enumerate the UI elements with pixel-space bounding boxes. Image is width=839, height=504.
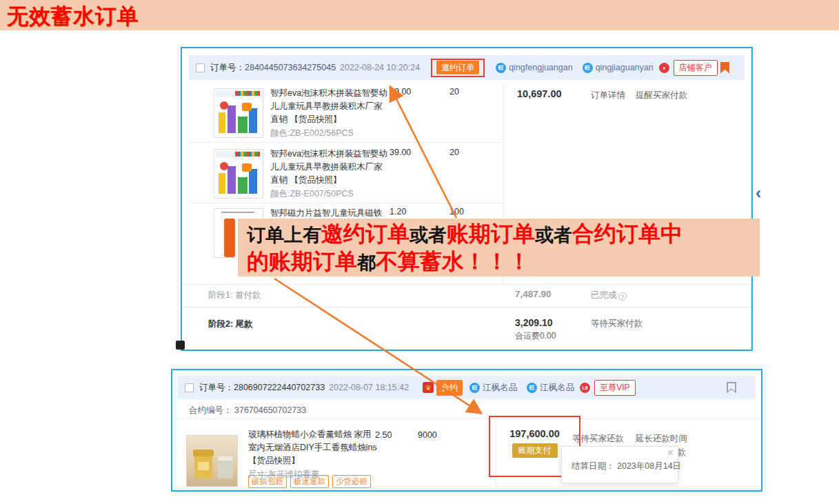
order-card-1: 订单号： 2840445073634275045 2022-08-24 10:2… (181, 47, 753, 351)
product-price: 1.20 (390, 207, 406, 216)
vip-crown-icon: ♛ (423, 382, 434, 393)
bookmark-icon[interactable] (720, 62, 729, 74)
contract-number-row: 合约编号： 376704650702733 (189, 405, 306, 416)
store-customer-badge: 店铺客户 (674, 60, 718, 76)
row-divider (190, 142, 502, 143)
order1-number: 2840445073634275045 (245, 63, 336, 72)
settle-date-value: 2023年08月14日 (617, 461, 681, 471)
service-tags: 破损包赔 极速退款 少货必赔 (248, 475, 371, 488)
annotation-red-box-invite: 邀约订单 (431, 59, 485, 77)
callout-highlight: 不算蓄水！！！ (376, 247, 530, 277)
bookmark-outline-icon[interactable] (727, 382, 736, 394)
stage2-status: 等待买家付款 (591, 318, 643, 330)
product-row: 智邦eva泡沫积木拼装益智婴幼儿儿童玩具早教拼装积木厂家直销 【货品快照】 颜色… (190, 85, 501, 145)
order2-header: 订单号： 2806907222440702733 2022-08-07 18:1… (178, 376, 756, 399)
wangwang-icon[interactable]: 旺 (496, 63, 506, 73)
invite-order-badge: 邀约订单 (436, 61, 479, 74)
order1-header: 订单号： 2840445073634275045 2022-08-24 10:2… (189, 55, 745, 80)
product-image[interactable] (186, 435, 238, 487)
order2-datetime: 2022-08-07 18:15:42 (329, 383, 409, 392)
stage1-amount: 7,487.90 (515, 289, 552, 299)
stage-divider (182, 307, 751, 308)
service-tag: 破损包赔 (248, 475, 287, 488)
stage1-status: 已完成? (591, 290, 627, 301)
wangwang-icon[interactable]: 旺 (583, 63, 593, 73)
product-row: 智邦eva泡沫积木拼装益智婴幼儿儿童玩具早教拼装积木厂家直销 【货品快照】 颜色… (190, 146, 501, 205)
contract-label: 合约编号： (189, 405, 232, 415)
order2-total: 197,600.00 (490, 428, 579, 439)
row-divider (172, 419, 761, 419)
buyer-level-icon: L6 (580, 383, 590, 393)
service-tag: 少货必赔 (332, 475, 371, 488)
settle-date-tooltip: 结算日期： 2023年08月14日 × (561, 446, 678, 483)
product-spec: 颜色:ZB-E002/56PCS (270, 127, 389, 140)
order1-checkbox[interactable] (196, 63, 205, 72)
order1-buyer-name[interactable]: qingfengjuangan (509, 63, 572, 72)
product-qty: 9000 (418, 430, 437, 440)
row-divider (190, 203, 502, 203)
page-banner: 无效蓄水订单 (0, 0, 839, 30)
vip-badge: 至尊VIP (594, 380, 635, 396)
product-title[interactable]: 智邦eva泡沫积木拼装益智婴幼儿儿童玩具早教拼装积木厂家直销 【货品快照】 (270, 88, 387, 124)
order1-total: 10,697.00 (517, 88, 562, 99)
settle-date-label: 结算日期： (572, 461, 615, 471)
question-icon[interactable]: ? (618, 292, 627, 301)
product-price: 2.50 (375, 430, 392, 440)
product-price: 39.00 (390, 148, 411, 157)
extend-repay-link[interactable]: 延长还款时间 (636, 433, 687, 445)
order1-number-label: 订单号： (210, 62, 245, 74)
stage-divider (182, 284, 751, 285)
order-card-2: 订单号： 2806907222440702733 2022-08-07 18:1… (171, 369, 762, 492)
collapse-chevron-icon[interactable]: ‹ (756, 185, 761, 201)
callout-text: 都 (357, 250, 376, 275)
order2-number: 2806907222440702733 (234, 383, 325, 392)
stage1-label: 阶段1: 首付款 (208, 290, 261, 301)
product-title[interactable]: 智邦eva泡沫积木拼装益智婴幼儿儿童玩具早教拼装积木厂家直销 【货品快照】 (270, 149, 387, 185)
stage1-status-text: 已完成 (591, 290, 617, 300)
wangwang-icon[interactable]: 旺 (527, 383, 537, 393)
product-image[interactable] (214, 149, 263, 199)
credit-pay-badge: 账期支付 (512, 443, 558, 458)
order1-datetime: 2022-08-24 10:20:24 (340, 63, 420, 72)
callout-highlight: 邀约订单 (321, 219, 410, 250)
callout-text: 或者 (535, 223, 572, 248)
remind-pay-link[interactable]: 提醒买家付款 (636, 90, 687, 101)
wangwang-icon[interactable]: 旺 (469, 383, 480, 393)
product-price: 59.00 (390, 87, 411, 97)
product-title[interactable]: 玻璃杯植物蜡小众香薰蜡烛 家用室内无烟酒店DIY手工香氛蜡烛ins 【货品快照】 (248, 430, 377, 465)
contract-order-badge: 合约 (436, 380, 463, 396)
product-qty: 20 (449, 148, 459, 157)
order-detail-link[interactable]: 订单详情 (591, 90, 625, 101)
close-icon[interactable]: × (667, 447, 674, 459)
page: 无效蓄水订单 订单号： 2840445073634275045 2022-08-… (0, 0, 839, 504)
annotation-callout: 订单上有邀约订单或者账期订单或者合约订单中 的账期订单都不算蓄水！！！ (238, 219, 760, 276)
stage2-freight: 合运费0.00 (515, 330, 556, 342)
callout-text: 或者 (410, 223, 447, 248)
order1-receiver-name[interactable]: qingjiaguanyan (596, 63, 654, 72)
callout-highlight: 合约订单中 (572, 219, 683, 250)
product-image[interactable] (214, 88, 263, 138)
stage2-amount: 3,209.10 (515, 317, 553, 328)
callout-highlight: 账期订单 (447, 219, 535, 250)
product-qty: 20 (449, 87, 459, 97)
stage2-label: 阶段2: 尾款 (208, 319, 253, 330)
service-tag: 极速退款 (290, 475, 329, 488)
product-qty: 100 (449, 207, 464, 216)
annotation-handle (176, 341, 185, 350)
contract-number: 376704650702733 (234, 405, 306, 415)
product-spec: 颜色:ZB-E007/50PCS (270, 188, 389, 201)
order2-buyer-name[interactable]: 江枫名品 (483, 382, 517, 394)
member-level-icon: ♦ (659, 63, 669, 73)
order2-checkbox[interactable] (185, 383, 194, 392)
order2-number-label: 订单号： (199, 382, 234, 394)
callout-highlight: 的账期订单 (247, 247, 357, 277)
page-title: 无效蓄水订单 (7, 2, 139, 31)
callout-text: 订单上有 (247, 223, 321, 248)
order2-receiver-name[interactable]: 江枫名品 (540, 382, 574, 394)
